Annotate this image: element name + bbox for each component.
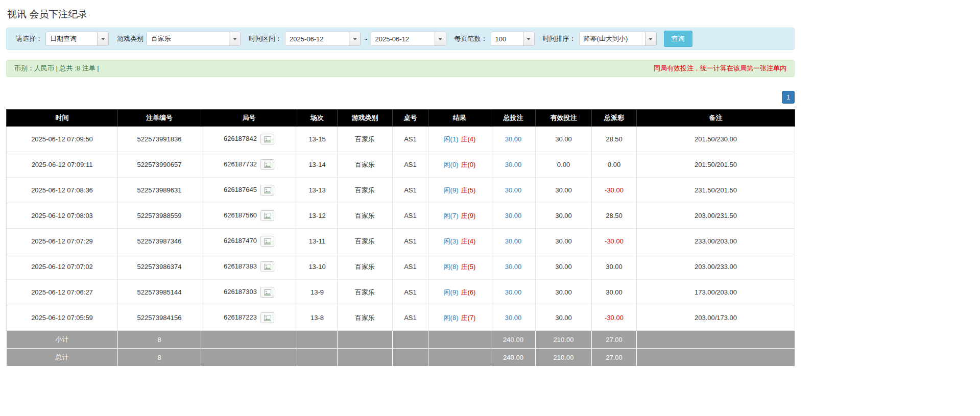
cell-game-type: 百家乐 (338, 203, 393, 229)
total-bet-link[interactable]: 30.00 (505, 212, 522, 219)
cell-valid-bet: 30.00 (536, 254, 592, 280)
round-id-text: 626187560 (224, 211, 257, 219)
cell-total-bet: 30.00 (491, 127, 536, 152)
query-type-combobox (45, 32, 109, 46)
round-id-text: 626187842 (224, 135, 257, 142)
sort-order-input[interactable] (580, 32, 645, 45)
cell-session: 13-14 (297, 152, 338, 178)
cell-result: 闲(7)庄(9) (428, 203, 491, 229)
header-table-no: 桌号 (393, 110, 428, 127)
date-from-input[interactable] (285, 32, 349, 45)
cell-table-no: AS1 (393, 254, 428, 280)
cell-round-id: 626187383 (201, 254, 297, 280)
cell-round-id: 626187470 (201, 229, 297, 254)
result-banker: 庄(9) (461, 212, 476, 219)
total-total-bet: 240.00 (491, 349, 536, 366)
search-button[interactable]: 查询 (664, 31, 692, 47)
pagination-page-1[interactable]: 1 (782, 91, 795, 104)
cards-image-icon (264, 315, 271, 321)
page-size-input[interactable] (491, 32, 523, 45)
game-type-input[interactable] (147, 32, 229, 45)
header-note: 备注 (637, 110, 795, 127)
cell-payout: 30.00 (592, 254, 637, 280)
date-to-input[interactable] (371, 32, 435, 45)
valid-bet-note: 同局有效投注，统一计算在该局第一张注单内 (654, 64, 786, 73)
view-cards-button[interactable] (260, 134, 274, 144)
cell-time: 2025-06-12 07:08:36 (7, 178, 118, 203)
sort-order-dropdown-button[interactable] (645, 32, 656, 45)
subtotal-empty-cell (201, 331, 297, 349)
subtotal-payout: 27.00 (592, 331, 637, 349)
cell-table-no: AS1 (393, 280, 428, 305)
total-bet-link[interactable]: 30.00 (505, 288, 522, 296)
cell-round-id: 626187842 (201, 127, 297, 152)
view-cards-button[interactable] (260, 236, 274, 247)
chevron-down-icon (233, 38, 237, 40)
date-to-dropdown-button[interactable] (435, 32, 446, 45)
cell-bet-id: 522573984156 (118, 305, 201, 331)
table-header-row: 时间 注单编号 局号 场次 游戏类别 桌号 结果 总投注 有效投注 总派彩 备注 (7, 110, 795, 127)
total-bet-link[interactable]: 30.00 (505, 237, 522, 245)
total-bet-link[interactable]: 30.00 (505, 186, 522, 194)
cell-result: 闲(0)庄(0) (428, 152, 491, 178)
cell-time: 2025-06-12 07:07:29 (7, 229, 118, 254)
cell-session: 13-11 (297, 229, 338, 254)
game-type-combobox (147, 32, 241, 46)
header-game-type: 游戏类别 (338, 110, 393, 127)
cell-session: 13-10 (297, 254, 338, 280)
total-bet-link[interactable]: 30.00 (505, 161, 522, 168)
view-cards-button[interactable] (260, 261, 274, 272)
cell-note: 173.00/203.00 (637, 280, 795, 305)
total-empty-cell (201, 349, 297, 366)
sort-order-label: 时间排序： (543, 34, 576, 43)
total-bet-link[interactable]: 30.00 (505, 314, 522, 322)
cell-total-bet: 30.00 (491, 280, 536, 305)
round-id-text: 626187223 (224, 313, 257, 321)
cards-image-icon (264, 264, 271, 270)
cell-valid-bet: 30.00 (536, 203, 592, 229)
page-size-dropdown-button[interactable] (523, 32, 534, 45)
view-cards-button[interactable] (260, 312, 274, 323)
pagination: 1 (6, 91, 795, 104)
date-range-separator: ~ (364, 35, 368, 43)
cards-image-icon (264, 162, 271, 168)
query-type-input[interactable] (46, 32, 97, 45)
cell-bet-id: 522573988559 (118, 203, 201, 229)
view-cards-button[interactable] (260, 210, 274, 221)
cell-payout: -30.00 (592, 305, 637, 331)
header-round-id: 局号 (201, 110, 297, 127)
total-bet-link[interactable]: 30.00 (505, 263, 522, 271)
result-player: 闲(1) (444, 135, 459, 143)
total-bet-link[interactable]: 30.00 (505, 135, 522, 143)
filter-bar: 请选择： 游戏类别 时间区间： ~ 每页笔数： 时间排序： (6, 28, 795, 50)
cell-time: 2025-06-12 07:09:11 (7, 152, 118, 178)
cell-payout: 28.50 (592, 203, 637, 229)
game-type-dropdown-button[interactable] (229, 32, 240, 45)
view-cards-button[interactable] (260, 159, 274, 170)
chevron-down-icon (353, 38, 357, 40)
cell-total-bet: 30.00 (491, 152, 536, 178)
view-cards-button[interactable] (260, 287, 274, 298)
page-size-label: 每页笔数： (455, 34, 488, 43)
cell-round-id: 626187645 (201, 178, 297, 203)
cell-bet-id: 522573990657 (118, 152, 201, 178)
cell-session: 13-9 (297, 280, 338, 305)
total-label: 总计 (7, 349, 118, 366)
table-row: 2025-06-12 07:08:36 522573989631 6261876… (7, 178, 795, 203)
cell-total-bet: 30.00 (491, 178, 536, 203)
result-player: 闲(3) (444, 237, 459, 245)
result-banker: 庄(0) (461, 161, 476, 168)
date-from-dropdown-button[interactable] (349, 32, 360, 45)
cell-note: 203.00/173.00 (637, 305, 795, 331)
total-empty-cell (338, 349, 393, 366)
cell-payout: 30.00 (592, 280, 637, 305)
cell-payout: 0.00 (592, 152, 637, 178)
view-cards-button[interactable] (260, 185, 274, 195)
header-total-bet: 总投注 (491, 110, 536, 127)
cell-game-type: 百家乐 (338, 127, 393, 152)
header-payout: 总派彩 (592, 110, 637, 127)
cell-result: 闲(8)庄(5) (428, 254, 491, 280)
cell-bet-id: 522573991836 (118, 127, 201, 152)
query-type-dropdown-button[interactable] (97, 32, 108, 45)
round-id-text: 626187732 (224, 160, 257, 168)
